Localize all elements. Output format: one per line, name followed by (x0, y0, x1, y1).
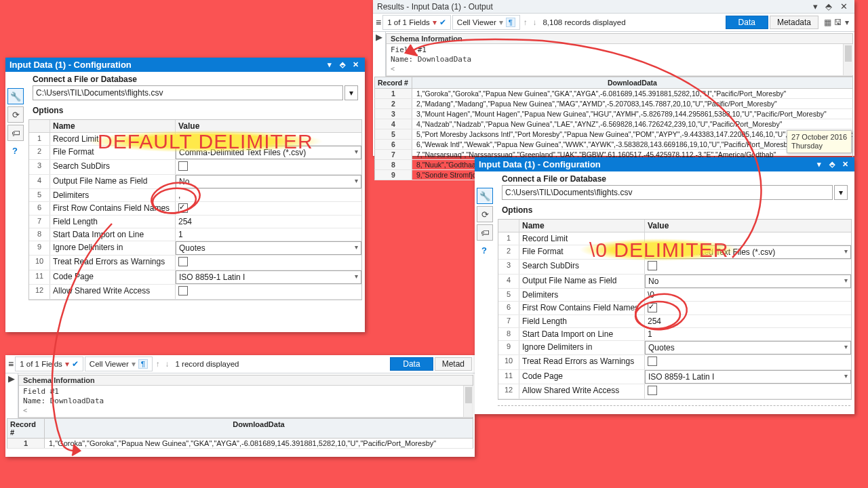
save-icon[interactable]: 🖫 (834, 18, 845, 26)
option-value[interactable]: \0 (645, 289, 851, 301)
menu-icon[interactable]: ≡ (8, 359, 14, 369)
table-row[interactable]: 44,"Nadzab","Nadzab","Papua New Guinea",… (374, 119, 853, 129)
record-count: 1 record displayed (175, 360, 239, 368)
row-index: 11 (498, 370, 519, 384)
titlebar: Input Data (1) - Configuration ▾ ⬘ ✕ (475, 157, 854, 171)
sort-asc-icon[interactable]: ↑ (521, 18, 530, 26)
option-value[interactable]: 254 (176, 216, 361, 228)
scrollbar-vertical[interactable] (463, 386, 473, 417)
refresh-icon[interactable]: ⟳ (7, 106, 24, 123)
option-select[interactable]: Comma-Delimited Text Files (*.csv)▾ (645, 245, 851, 259)
results-panel-top: Results - Input Data (1) - Output ▾ ⬘ ✕ … (373, 0, 854, 156)
option-checkbox[interactable] (645, 260, 851, 274)
config-panel-right: Input Data (1) - Configuration ▾ ⬘ ✕ 🔧 ⟳… (475, 157, 854, 414)
row-index: 10 (498, 355, 519, 369)
dropdown-icon[interactable]: ▾ (324, 60, 335, 70)
data-button[interactable]: Data (726, 16, 768, 29)
scrollbar-vertical[interactable] (843, 44, 853, 75)
option-checkbox[interactable] (176, 256, 361, 270)
dropdown-icon[interactable]: ▾ (813, 1, 821, 12)
close-icon[interactable]: ✕ (840, 1, 850, 12)
table-row[interactable]: 55,"Port Moresby Jacksons Intl","Port Mo… (374, 129, 853, 140)
help-icon[interactable]: ? (477, 243, 492, 258)
copy-icon[interactable]: ▦ (824, 18, 834, 26)
field-selector[interactable]: 1 of 1 Fields▾ ✔ (15, 357, 83, 371)
option-value[interactable] (176, 133, 361, 145)
metadata-button[interactable]: Metadata (770, 16, 818, 29)
option-checkbox[interactable] (645, 384, 851, 399)
table-row[interactable]: 22,"Madang","Madang","Papua New Guinea",… (374, 99, 853, 109)
option-checkbox[interactable] (645, 302, 851, 314)
file-path-dropdown[interactable]: ▾ (344, 85, 358, 100)
option-checkbox[interactable] (176, 160, 361, 174)
option-checkbox[interactable] (645, 355, 851, 369)
option-name: Code Page (519, 370, 645, 384)
field-selector[interactable]: 1 of 1 Fields▾ ✔ (382, 15, 451, 30)
option-value[interactable]: 254 (645, 315, 851, 327)
option-value[interactable]: 1 (176, 228, 361, 241)
option-name: Treat Read Errors as Warnings (519, 355, 645, 369)
sort-asc-icon[interactable]: ↑ (154, 360, 162, 368)
option-select[interactable]: Quotes▾ (645, 341, 851, 354)
table-row[interactable]: 11,"Goroka","Goroka","Papua New Guinea",… (7, 439, 473, 449)
output-anchor-icon[interactable]: ▶ (373, 32, 386, 77)
sort-desc-icon[interactable]: ↓ (531, 18, 539, 26)
option-select[interactable]: ISO 8859-1 Latin I▾ (645, 370, 851, 384)
pilcrow-icon[interactable]: ¶ (138, 359, 148, 369)
option-name: Output File Name as Field (50, 175, 176, 188)
option-name: Code Page (50, 270, 176, 284)
row-index: 3 (498, 260, 519, 274)
tag-icon[interactable]: 🏷 (477, 224, 493, 241)
options-heading: Options (28, 104, 362, 119)
settings-icon[interactable]: ▾ (845, 18, 852, 26)
table-row[interactable]: 33,"Mount Hagen","Mount Hagen","Papua Ne… (374, 109, 853, 119)
wrench-icon[interactable]: 🔧 (477, 188, 493, 204)
data-button[interactable]: Data (390, 357, 433, 371)
option-select[interactable]: ISO 8859-1 Latin I▾ (176, 270, 361, 284)
option-value[interactable] (645, 232, 851, 245)
pin-icon[interactable]: ⬘ (827, 160, 837, 169)
col-value: Value (645, 220, 851, 232)
option-select[interactable]: No▾ (645, 274, 851, 288)
option-select[interactable]: Comma-Delimited Text Files (*.csv)▾ (176, 146, 361, 159)
output-anchor-icon[interactable]: ▶ (5, 373, 18, 418)
menu-icon[interactable]: ≡ (376, 17, 381, 28)
config-panel-left: Input Data (1) - Configuration ▾ ⬘ ✕ 🔧 ⟳… (5, 58, 365, 332)
option-name: File Format (50, 146, 176, 159)
table-row[interactable]: 66,"Wewak Intl","Wewak","Papua New Guine… (374, 140, 853, 150)
table-row[interactable]: 11,"Goroka","Goroka","Papua New Guinea",… (374, 89, 853, 99)
tag-icon[interactable]: 🏷 (7, 125, 24, 141)
option-name: Allow Shared Write Access (519, 384, 645, 399)
metadata-button[interactable]: Metad (435, 357, 472, 371)
options-heading: Options (498, 204, 852, 219)
row-index: 7 (29, 216, 50, 228)
option-select[interactable]: Quotes▾ (176, 241, 361, 255)
pilcrow-icon[interactable]: ¶ (506, 18, 515, 27)
help-icon[interactable]: ? (7, 143, 22, 158)
close-icon[interactable]: ✕ (350, 60, 361, 70)
schema-line-2: Name: DownloadData (23, 396, 469, 406)
pin-icon[interactable]: ⬘ (337, 60, 348, 70)
dropdown-icon[interactable]: ▾ (814, 160, 825, 169)
option-checkbox[interactable] (176, 202, 361, 215)
wrench-icon[interactable]: 🔧 (7, 88, 24, 104)
row-index: 8 (29, 228, 50, 241)
refresh-icon[interactable]: ⟳ (477, 206, 493, 222)
option-select[interactable]: No▾ (176, 175, 361, 188)
option-name: Start Data Import on Line (519, 328, 645, 340)
option-checkbox[interactable] (176, 285, 361, 299)
sort-desc-icon[interactable]: ↓ (163, 360, 172, 368)
file-path-dropdown[interactable]: ▾ (834, 185, 848, 200)
cell-viewer-dropdown[interactable]: Cell Viewer▾ ¶ (85, 357, 153, 371)
cell-viewer-dropdown[interactable]: Cell Viewer▾ ¶ (452, 15, 520, 30)
close-icon[interactable]: ✕ (840, 160, 850, 169)
file-path-input[interactable]: C:\Users\TIL\Documents\flights.csv (502, 185, 833, 200)
results-toolbar: ≡ 1 of 1 Fields▾ ✔ Cell Viewer▾ ¶ ↑ ↓ 8,… (373, 14, 854, 32)
option-value[interactable]: , (176, 189, 361, 201)
row-index: 8 (498, 328, 519, 340)
row-index: 9 (29, 241, 50, 255)
option-value[interactable]: 1 (645, 328, 851, 340)
pin-icon[interactable]: ⬘ (825, 1, 835, 12)
col-value: Value (176, 120, 361, 132)
file-path-input[interactable]: C:\Users\TIL\Documents\flights.csv (33, 85, 343, 100)
